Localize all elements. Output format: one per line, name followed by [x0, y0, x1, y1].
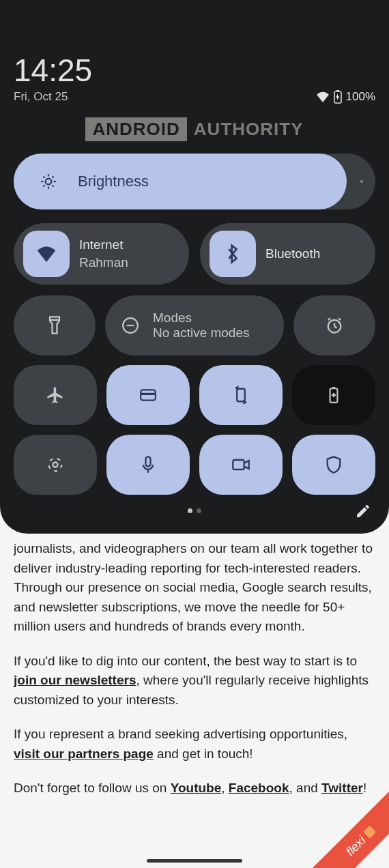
- battery-plus-icon: [328, 386, 339, 404]
- partners-link[interactable]: visit our partners page: [14, 747, 154, 761]
- battery-saver-tile[interactable]: [292, 365, 375, 425]
- airplane-icon: [46, 386, 65, 405]
- rotation-tile[interactable]: [199, 365, 283, 425]
- brightness-icon: [40, 173, 57, 190]
- watermark: ANDROID AUTHORITY: [14, 117, 375, 141]
- wallet-icon: [139, 388, 157, 403]
- svg-rect-19: [141, 393, 156, 395]
- bluetooth-tile[interactable]: Bluetooth: [200, 223, 375, 285]
- svg-rect-29: [363, 826, 376, 839]
- svg-point-25: [53, 463, 58, 467]
- shield-tile[interactable]: [292, 435, 375, 495]
- facebook-link[interactable]: Facebook: [229, 781, 289, 795]
- article-paragraph: If you represent a brand seeking adverti…: [14, 725, 375, 764]
- target-icon: [46, 455, 65, 474]
- svg-line-8: [52, 185, 53, 186]
- battery-status: 100%: [316, 90, 375, 104]
- bluetooth-icon: [210, 231, 256, 277]
- svg-rect-20: [237, 389, 245, 401]
- twitter-link[interactable]: Twitter: [321, 781, 363, 795]
- clock-time: 14:25: [14, 55, 92, 86]
- article-content: journalists, and videographers on our te…: [0, 539, 389, 813]
- svg-line-10: [52, 176, 53, 177]
- svg-rect-1: [336, 90, 339, 91]
- svg-line-7: [43, 176, 44, 177]
- wifi-icon: [316, 91, 330, 102]
- videocam-icon: [231, 458, 250, 472]
- mic-icon: [141, 455, 155, 474]
- camera-tile[interactable]: [199, 435, 283, 495]
- internet-tile[interactable]: Internet Rahman: [14, 223, 189, 285]
- youtube-link[interactable]: Youtube: [171, 781, 222, 795]
- article-paragraph: journalists, and videographers on our te…: [14, 539, 375, 637]
- svg-rect-22: [332, 387, 335, 388]
- flashlight-tile[interactable]: [14, 295, 96, 356]
- svg-line-17: [338, 319, 341, 320]
- svg-line-15: [334, 326, 337, 328]
- wifi-icon: [23, 231, 70, 277]
- newsletters-link[interactable]: join our newsletters: [14, 673, 136, 687]
- page-indicator: [188, 508, 201, 513]
- brightness-label: Brightness: [78, 173, 149, 190]
- alarm-tile[interactable]: [293, 295, 375, 356]
- svg-line-9: [43, 185, 44, 186]
- alarm-icon: [325, 316, 344, 335]
- shield-icon: [326, 455, 342, 474]
- screenshot-tile[interactable]: [14, 435, 97, 495]
- svg-rect-27: [146, 457, 151, 466]
- rotation-icon: [232, 385, 250, 405]
- mic-tile[interactable]: [106, 435, 190, 495]
- nav-handle[interactable]: [147, 859, 242, 863]
- svg-point-26: [49, 459, 62, 472]
- flashlight-icon: [48, 315, 61, 336]
- wallet-tile[interactable]: [106, 365, 190, 425]
- svg-line-16: [328, 319, 331, 320]
- airplane-tile[interactable]: [14, 365, 97, 425]
- clock-date: Fri, Oct 25: [14, 90, 92, 104]
- svg-rect-28: [233, 460, 244, 469]
- article-paragraph: If you'd like to dig into our content, t…: [14, 652, 375, 710]
- brightness-slider[interactable]: Brightness: [14, 154, 375, 209]
- edit-icon[interactable]: [355, 503, 371, 519]
- modes-tile[interactable]: Modes No active modes: [105, 295, 284, 356]
- dnd-icon: [121, 317, 139, 334]
- battery-charging-icon: [334, 90, 342, 104]
- quick-settings-panel: 14:25 Fri, Oct 25 100% ANDROID AUTHORITY…: [0, 0, 389, 534]
- svg-point-2: [46, 179, 52, 185]
- article-paragraph: Don't forget to follow us on Youtube, Fa…: [14, 779, 375, 798]
